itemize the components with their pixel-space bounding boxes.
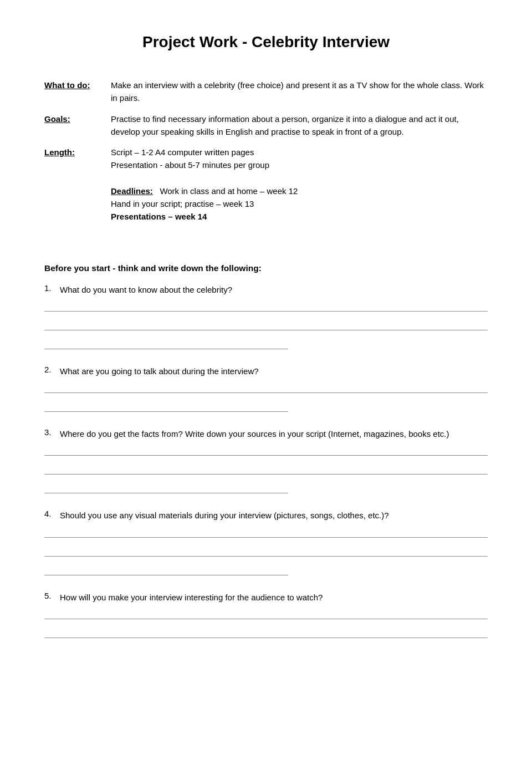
deadline-line-2: Hand in your script; practise – week 13 bbox=[111, 199, 254, 208]
q3-text: Where do you get the facts from? Write d… bbox=[60, 427, 449, 440]
page: Project Work - Celebrity Interview What … bbox=[0, 0, 532, 770]
q4-answer-lines bbox=[44, 527, 488, 575]
q5-number: 5. bbox=[44, 591, 55, 600]
question-3: 3. Where do you get the facts from? Writ… bbox=[44, 427, 488, 493]
length-line-1: Script – 1-2 A4 computer written pages bbox=[111, 147, 254, 157]
info-row-goals: Goals: Practise to find necessary inform… bbox=[44, 113, 488, 146]
q5-line-2 bbox=[44, 627, 488, 638]
q5-line-1 bbox=[44, 608, 488, 619]
q1-line-3 bbox=[44, 338, 288, 349]
q4-text: Should you use any visual materials duri… bbox=[60, 509, 389, 522]
q4-line-1 bbox=[44, 527, 488, 538]
q2-text: What are you going to talk about during … bbox=[60, 365, 259, 378]
q5-answer-lines bbox=[44, 608, 488, 638]
q3-line-1 bbox=[44, 445, 488, 456]
info-row-what-to-do: What to do: Make an interview with a cel… bbox=[44, 79, 488, 113]
q4-line-2 bbox=[44, 545, 488, 557]
q2-answer-lines bbox=[44, 382, 488, 412]
q3-number: 3. bbox=[44, 427, 55, 437]
q3-answer-lines bbox=[44, 445, 488, 493]
q3-line-2 bbox=[44, 463, 488, 475]
q2-line-1 bbox=[44, 382, 488, 393]
content-goals: Practise to find necessary information a… bbox=[111, 113, 488, 146]
q2-line-2 bbox=[44, 401, 288, 412]
info-table: What to do: Make an interview with a cel… bbox=[44, 79, 488, 231]
q5-text: How will you make your interview interes… bbox=[60, 591, 323, 604]
deadlines-label: Deadlines: bbox=[111, 186, 153, 196]
q3-line-3 bbox=[44, 482, 288, 493]
info-row-length-deadlines: Length: Script – 1-2 A4 computer written… bbox=[44, 146, 488, 231]
info-section: What to do: Make an interview with a cel… bbox=[44, 79, 488, 231]
question-4: 4. Should you use any visual materials d… bbox=[44, 509, 488, 575]
q1-answer-lines bbox=[44, 300, 488, 349]
label-goals: Goals: bbox=[44, 113, 111, 146]
q1-line-1 bbox=[44, 300, 488, 312]
q4-number: 4. bbox=[44, 509, 55, 518]
page-title: Project Work - Celebrity Interview bbox=[44, 33, 488, 51]
content-length-deadlines: Script – 1-2 A4 computer written pages P… bbox=[111, 146, 488, 231]
q1-number: 1. bbox=[44, 283, 55, 293]
q1-text: What do you want to know about the celeb… bbox=[60, 283, 232, 296]
q1-line-2 bbox=[44, 319, 488, 330]
section-heading: Before you start - think and write down … bbox=[44, 263, 488, 273]
length-line-2: Presentation - about 5-7 minutes per gro… bbox=[111, 160, 269, 170]
question-2: 2. What are you going to talk about duri… bbox=[44, 365, 488, 412]
q2-number: 2. bbox=[44, 365, 55, 374]
question-5: 5. How will you make your interview inte… bbox=[44, 591, 488, 638]
deadline-line-1: Work in class and at home – week 12 bbox=[160, 186, 298, 196]
label-length: Length: bbox=[44, 146, 111, 231]
question-1: 1. What do you want to know about the ce… bbox=[44, 283, 488, 349]
label-what-to-do: What to do: bbox=[44, 79, 111, 113]
q4-line-3 bbox=[44, 564, 288, 575]
deadline-line-3: Presentations – week 14 bbox=[111, 212, 207, 221]
content-what-to-do: Make an interview with a celebrity (free… bbox=[111, 79, 488, 113]
